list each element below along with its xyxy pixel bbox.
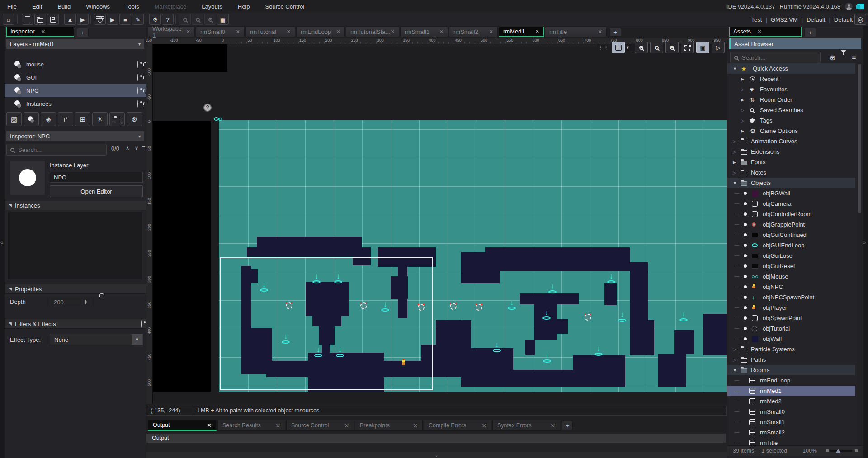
tree-item-notes[interactable]: ▷Notes [727,167,855,178]
expand-arrow-icon[interactable]: ▷ [733,150,736,154]
user-avatar[interactable] [845,3,853,10]
npc-spawn-point-instance[interactable]: ↓ [334,274,344,283]
tree-item-extensions[interactable]: ▷Extensions [727,146,855,157]
grapple-point-instance[interactable] [360,302,367,309]
tree-item-objguireset[interactable]: objGuiReset [727,261,855,271]
npc-spawn-point-instance[interactable]: ↓ [508,300,518,310]
close-icon[interactable]: ✕ [551,422,555,429]
tree-item-paths[interactable]: ▷Paths [727,354,855,365]
tree-item-objtutorial[interactable]: objTutorial [727,323,855,334]
eye-icon[interactable] [137,61,138,68]
tree-item-objplayer[interactable]: objPlayer [727,302,855,313]
eye-icon[interactable] [137,100,138,107]
properties-section-header[interactable]: ◥ Properties [5,284,146,294]
tree-item-particle systems[interactable]: ▷Particle Systems [727,344,855,354]
build-target-display[interactable]: Test|GMS2 VM|Default|Default [751,13,853,26]
effect-type-select[interactable]: None ▼ [50,334,143,345]
editor-tab-rmsmall1[interactable]: rmSmall1✕ [400,27,448,37]
add-folder-button[interactable]: + [109,112,125,126]
tile-layer-button[interactable]: ◈ [41,112,56,126]
endloop-instance-icon[interactable] [214,117,225,122]
instance-layer-button[interactable] [24,112,39,126]
room-editor-canvas[interactable]: -150-100-5005010015020025030035040045050… [146,38,727,404]
effect-layer-button[interactable]: ✳ [92,112,108,126]
search-prev-button[interactable]: ∧ [126,145,129,151]
room-border-toggle-button[interactable]: ▣ [696,42,709,53]
delete-layer-button[interactable]: ⊗ [127,112,142,126]
grapple-point-instance[interactable] [286,302,292,309]
tree-item-animation curves[interactable]: ▷Animation Curves [727,136,855,146]
expand-arrow-icon[interactable]: ▷ [741,87,744,92]
collapse-right-icon[interactable]: » [863,240,866,245]
close-icon[interactable]: ✕ [489,29,493,35]
tree-item-favourites[interactable]: ▷♥Favourites [727,84,855,94]
search-menu-icon[interactable]: ≡ [142,144,145,151]
expand-arrow-icon[interactable]: ▷ [733,358,736,362]
close-icon[interactable]: ✕ [413,422,418,429]
npc-spawn-point-instance[interactable]: ↓ [548,284,558,293]
tree-item-objnpcspawnpoint[interactable]: ↓objNPCSpawnPoint [727,292,855,302]
output-panel-body[interactable] [146,443,727,452]
help-button[interactable]: ? [162,14,174,25]
eye-icon[interactable] [141,321,142,327]
tree-item-objguilose[interactable]: objGuiLose [727,250,855,261]
layer-row-mouse[interactable]: mouse [5,58,146,71]
collapse-arrow-icon[interactable]: ▼ [733,181,737,185]
zoom-reset-button[interactable]: = [192,14,203,25]
close-icon[interactable]: ✕ [482,422,486,429]
layer-row-instances[interactable]: Instances [5,97,146,110]
layers-dropdown[interactable]: Layers - rmMed1 ▾ [6,39,144,49]
settings-button[interactable]: ⚙ [149,14,161,25]
close-icon[interactable]: ✕ [535,28,539,34]
menu-item-source-control[interactable]: Source Control [265,3,305,10]
npc-spawn-point-instance[interactable]: ↓ [282,334,292,344]
expand-arrow-icon[interactable]: ▶ [741,129,744,133]
eye-icon[interactable] [137,74,138,81]
npc-spawn-point-instance[interactable]: ↓ [618,312,628,322]
menu-item-edit[interactable]: Edit [32,3,42,10]
eye-icon[interactable] [137,87,138,94]
target-manager-button[interactable]: ◎ [854,14,866,25]
collapse-arrow-icon[interactable]: ▼ [733,66,737,71]
npc-instance[interactable] [401,359,406,367]
expand-arrow-icon[interactable]: ▷ [741,108,744,113]
output-tab-compile-errors[interactable]: Compile Errors✕ [424,420,491,431]
add-tab-button[interactable]: + [77,28,89,37]
tree-item-quick access[interactable]: ▼★Quick Access [727,63,855,74]
chat-icon[interactable] [857,4,864,9]
grapple-point-instance[interactable] [418,304,425,311]
grapple-point-instance[interactable] [585,314,591,321]
tree-item-room order[interactable]: ▶⇅Room Order [727,94,855,105]
editor-tab-workspace1[interactable]: Workspace 1✕ [148,27,195,37]
close-icon[interactable]: ✕ [207,422,212,429]
spinner-arrows-icon[interactable]: ▲▼ [82,299,87,305]
fit-view-button[interactable] [681,42,694,53]
npc-spawn-point-instance[interactable]: ↓ [381,302,391,312]
editor-tab-rmtitle[interactable]: rmTitle✕ [545,27,607,37]
layer-row-gui[interactable]: GUI [5,71,146,84]
editor-tab-rmsmall2[interactable]: rmSmall2✕ [449,27,498,37]
new-project-button[interactable] [22,14,33,25]
npc-spawn-point-instance[interactable]: ↓ [607,274,617,283]
instances-section-header[interactable]: ◥ Instances [5,200,146,210]
layer-name-field[interactable]: NPC [50,172,143,183]
menu-item-layouts[interactable]: Layouts [202,3,222,10]
editor-tab-rmmed1[interactable]: rmMed1✕ [499,27,544,37]
npc-spawn-point-instance[interactable]: ↓ [312,274,322,283]
expand-arrow-icon[interactable]: ▷ [733,347,736,352]
expand-arrow-icon[interactable]: ▷ [733,170,736,175]
output-tab-output[interactable]: Output✕ [148,420,217,431]
close-icon[interactable]: ✕ [236,29,240,35]
npc-spawn-point-instance[interactable]: ↓ [493,343,503,352]
tree-item-objnpc[interactable]: objNPC [727,282,855,292]
menu-item-windows[interactable]: Windows [86,3,110,10]
zoom-out-button[interactable]: - [179,14,191,25]
instances-empty-list[interactable] [8,212,142,279]
filter-icon[interactable] [841,53,846,61]
help-marker-icon[interactable]: ? [203,104,212,112]
toolbar-drag-handle[interactable]: ⋮⋮ [598,44,609,51]
tree-item-objcamera[interactable]: objCamera [727,198,855,209]
home-button[interactable]: ⌂ [3,14,14,25]
inspector-search-input[interactable]: Search... [6,144,107,156]
expand-arrow-icon[interactable]: ▷ [733,139,736,144]
